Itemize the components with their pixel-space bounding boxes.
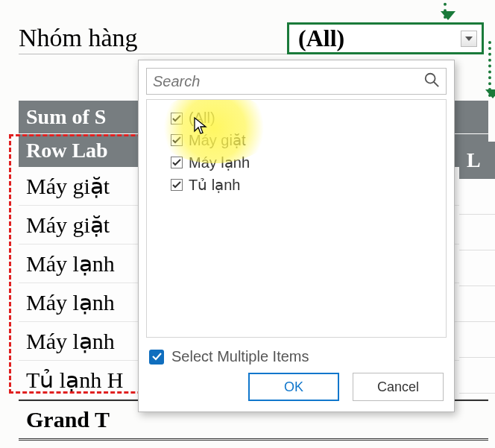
filter-item-checkbox[interactable] <box>171 134 183 146</box>
right-column-header: L <box>459 142 495 179</box>
filter-item[interactable]: Máy giặt <box>157 129 435 151</box>
filter-items-tree: (All) Máy giặt Máy lạnh Tủ lạnh <box>146 99 447 338</box>
filter-item[interactable]: Máy lạnh <box>157 151 435 174</box>
right-cell[interactable] <box>459 322 495 358</box>
right-cell[interactable] <box>459 250 495 286</box>
svg-line-1 <box>434 82 438 86</box>
right-column-cells <box>459 179 495 394</box>
filter-item-label: Máy giặt <box>189 131 245 149</box>
right-cell[interactable] <box>459 286 495 322</box>
select-multiple-checkbox[interactable] <box>149 350 164 365</box>
filter-item-checkbox[interactable] <box>171 179 183 191</box>
search-input[interactable] <box>153 73 423 90</box>
dialog-buttons: OK Cancel <box>146 373 447 401</box>
cancel-button[interactable]: Cancel <box>353 373 444 401</box>
filter-dropdown-button[interactable] <box>461 31 477 47</box>
search-box <box>146 68 447 95</box>
filter-row: Nhóm hàng (All) <box>19 22 484 54</box>
filter-item-label: (All) <box>189 110 215 127</box>
select-multiple-row[interactable]: Select Multiple Items <box>146 338 447 373</box>
filter-item-label: Máy lạnh <box>189 154 250 171</box>
right-cell[interactable] <box>459 358 495 394</box>
right-cell[interactable] <box>459 215 495 250</box>
filter-cell[interactable]: (All) <box>287 22 484 54</box>
filter-value: (All) <box>298 25 344 52</box>
filter-item-label: Tủ lạnh <box>189 176 240 194</box>
guide-arrow-2 <box>488 41 491 97</box>
filter-item[interactable]: Tủ lạnh <box>157 174 435 196</box>
filter-item-checkbox[interactable] <box>171 157 183 168</box>
ok-button[interactable]: OK <box>248 373 339 401</box>
right-cell[interactable] <box>459 179 495 215</box>
svg-point-0 <box>426 74 435 83</box>
filter-item-checkbox[interactable] <box>171 113 183 124</box>
chevron-down-icon <box>465 37 473 41</box>
select-multiple-label: Select Multiple Items <box>171 348 309 365</box>
filter-field-label: Nhóm hàng <box>19 22 287 54</box>
guide-arrow-1 <box>444 0 447 19</box>
search-icon[interactable] <box>423 72 440 91</box>
filter-dropdown-panel: (All) Máy giặt Máy lạnh Tủ lạnh <box>138 60 455 412</box>
filter-item-all[interactable]: (All) <box>157 107 435 129</box>
